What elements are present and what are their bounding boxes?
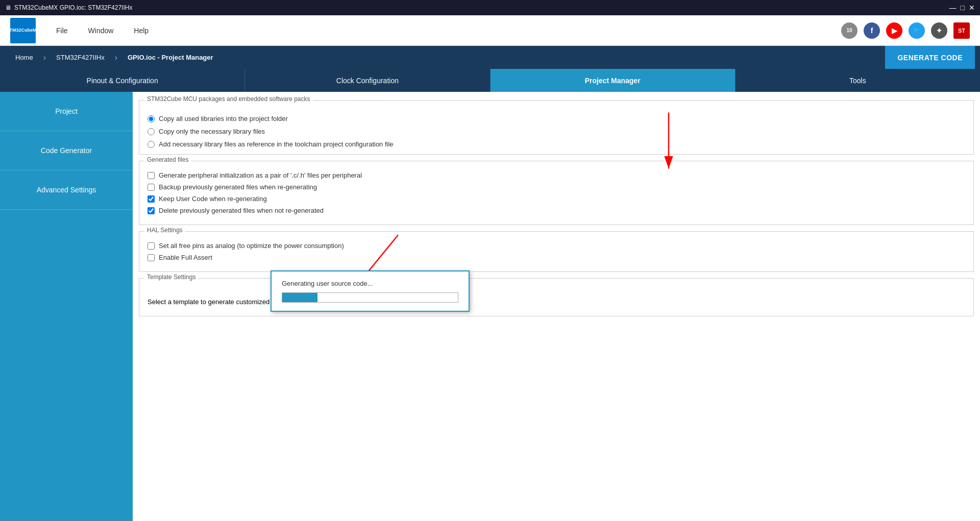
radio-input-2[interactable]: [148, 128, 155, 135]
tab-bar: Pinout & Configuration Clock Configurati…: [0, 69, 980, 92]
menu-window[interactable]: Window: [88, 27, 114, 35]
hal-input-1[interactable]: [148, 242, 155, 250]
close-button[interactable]: ✕: [969, 4, 975, 12]
checkbox-input-1[interactable]: [148, 172, 155, 179]
checkbox-item-3[interactable]: Keep User Code when re-generating: [148, 195, 965, 203]
template-settings-section: Template Settings Select a template to g…: [139, 278, 974, 316]
tab-clock[interactable]: Clock Configuration: [245, 69, 490, 92]
breadcrumb-project[interactable]: GPIO.ioc - Project Manager: [117, 49, 224, 65]
logo-area: STM32 CubeMX: [10, 18, 36, 43]
title-bar-controls[interactable]: — □ ✕: [949, 4, 975, 12]
sidebar-item-advanced-settings[interactable]: Advanced Settings: [0, 170, 133, 210]
radio-input-1[interactable]: [148, 115, 155, 122]
menu-help[interactable]: Help: [134, 27, 149, 35]
menu-items: File Window Help: [56, 27, 149, 35]
sidebar: Project Code Generator Advanced Settings: [0, 92, 133, 521]
twitter-icon[interactable]: 🐦: [909, 22, 925, 39]
hal-input-2[interactable]: [148, 254, 155, 261]
progress-dialog: Generating user source code...: [271, 270, 470, 312]
breadcrumb: Home › STM32F427IIHx › GPIO.ioc - Projec…: [0, 46, 980, 69]
generated-files-section: Generated files Generate peripheral init…: [139, 161, 974, 225]
template-settings-title: Template Settings: [144, 274, 198, 281]
menu-file[interactable]: File: [56, 27, 68, 35]
generated-files-title: Generated files: [144, 156, 191, 163]
generated-files-content: Generate peripheral initialization as a …: [148, 167, 965, 214]
mcu-packages-section: STM32Cube MCU packages and embedded soft…: [139, 100, 974, 155]
main-layout: Project Code Generator Advanced Settings…: [0, 92, 980, 521]
youtube-icon[interactable]: ▶: [886, 22, 902, 39]
hal-settings-title: HAL Settings: [144, 227, 185, 234]
hal-settings-section: HAL Settings Set all free pins as analog…: [139, 231, 974, 272]
social-icons: 10 f ▶ 🐦 ✦ ST: [841, 22, 970, 39]
st-icon[interactable]: ST: [953, 22, 970, 39]
radio-item-3[interactable]: Add necessary library files as reference…: [148, 140, 965, 148]
mcu-packages-title: STM32Cube MCU packages and embedded soft…: [144, 95, 313, 103]
app-icon: 🖥: [5, 4, 11, 11]
minimize-button[interactable]: —: [949, 4, 957, 12]
checkbox-item-2[interactable]: Backup previously generated files when r…: [148, 183, 965, 191]
mcu-packages-content: Copy all used libraries into the project…: [148, 107, 965, 148]
network-icon[interactable]: ✦: [931, 22, 947, 39]
facebook-icon[interactable]: f: [864, 22, 880, 39]
maximize-button[interactable]: □: [961, 4, 965, 12]
hal-settings-content: Set all free pins as analog (to optimize…: [148, 238, 965, 261]
template-text: Select a template to generate customized…: [148, 298, 286, 306]
checkbox-input-4[interactable]: [148, 207, 155, 214]
tab-project-manager[interactable]: Project Manager: [491, 69, 736, 92]
checkbox-input-3[interactable]: [148, 195, 155, 203]
progress-bar-fill: [282, 293, 317, 302]
progress-bar-container: [282, 292, 458, 303]
radio-item-1[interactable]: Copy all used libraries into the project…: [148, 115, 965, 122]
window-title: STM32CubeMX GPIO.ioc: STM32F427IIHx: [14, 4, 132, 11]
tab-pinout[interactable]: Pinout & Configuration: [0, 69, 245, 92]
tab-tools[interactable]: Tools: [736, 69, 980, 92]
breadcrumb-home[interactable]: Home: [5, 49, 43, 65]
sidebar-item-project[interactable]: Project: [0, 92, 133, 131]
title-bar-left: 🖥 STM32CubeMX GPIO.ioc: STM32F427IIHx: [5, 4, 132, 11]
checkbox-item-4[interactable]: Delete previously generated files when n…: [148, 207, 965, 214]
sidebar-item-code-generator[interactable]: Code Generator: [0, 131, 133, 170]
menu-bar: STM32 CubeMX File Window Help 10 f ▶ 🐦 ✦…: [0, 15, 980, 46]
checkbox-input-2[interactable]: [148, 184, 155, 191]
radio-item-2[interactable]: Copy only the necessary library files: [148, 128, 965, 135]
app-logo: STM32 CubeMX: [10, 18, 36, 43]
radio-group: Copy all used libraries into the project…: [148, 115, 965, 148]
anniversary-icon[interactable]: 10: [841, 22, 857, 39]
progress-text: Generating user source code...: [282, 280, 458, 287]
hal-checkbox-1[interactable]: Set all free pins as analog (to optimize…: [148, 242, 965, 250]
title-bar: 🖥 STM32CubeMX GPIO.ioc: STM32F427IIHx — …: [0, 0, 980, 15]
content-area: STM32Cube MCU packages and embedded soft…: [133, 92, 980, 521]
radio-input-3[interactable]: [148, 141, 155, 148]
generate-code-button[interactable]: GENERATE CODE: [885, 46, 975, 69]
hal-checkbox-2[interactable]: Enable Full Assert: [148, 254, 965, 261]
breadcrumb-mcu[interactable]: STM32F427IIHx: [46, 49, 115, 65]
checkbox-item-1[interactable]: Generate peripheral initialization as a …: [148, 171, 965, 179]
menu-bar-left: STM32 CubeMX File Window Help: [10, 18, 149, 43]
